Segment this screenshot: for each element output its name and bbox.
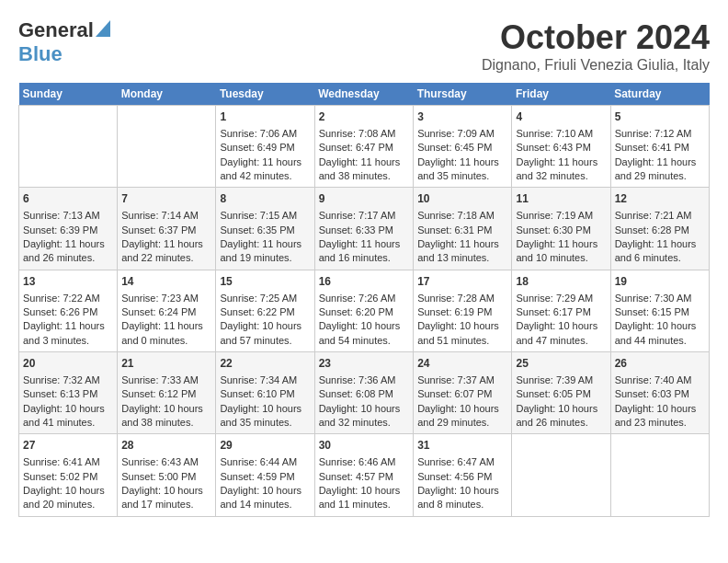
day-info: Daylight: 10 hours and 32 minutes. (319, 402, 410, 431)
day-info: Sunrise: 7:12 AM (615, 127, 705, 141)
day-info: Daylight: 11 hours and 26 minutes. (23, 237, 113, 266)
day-number: 30 (319, 438, 410, 454)
day-info: Sunset: 4:59 PM (220, 470, 310, 484)
calendar-cell (610, 434, 709, 516)
day-number: 2 (319, 109, 410, 125)
title-block: October 2024 Dignano, Friuli Venezia Giu… (482, 18, 710, 74)
day-number: 12 (615, 191, 705, 207)
calendar-week-row: 27Sunrise: 6:41 AMSunset: 5:02 PMDayligh… (19, 434, 710, 516)
day-info: Daylight: 11 hours and 32 minutes. (516, 155, 606, 184)
calendar-cell: 17Sunrise: 7:28 AMSunset: 6:19 PMDayligh… (414, 270, 512, 351)
calendar-cell: 11Sunrise: 7:19 AMSunset: 6:30 PMDayligh… (512, 188, 610, 270)
day-info: Sunset: 6:37 PM (121, 224, 211, 237)
calendar-cell: 4Sunrise: 7:10 AMSunset: 6:43 PMDaylight… (512, 106, 610, 188)
day-info: Sunrise: 7:19 AM (516, 209, 606, 223)
calendar-cell: 12Sunrise: 7:21 AMSunset: 6:28 PMDayligh… (610, 188, 709, 270)
day-info: Daylight: 11 hours and 42 minutes. (220, 155, 310, 184)
day-info: Daylight: 11 hours and 22 minutes. (121, 237, 211, 266)
calendar-cell: 7Sunrise: 7:14 AMSunset: 6:37 PMDaylight… (118, 188, 216, 270)
page-header: General Blue October 2024 Dignano, Friul… (18, 18, 710, 74)
day-info: Daylight: 10 hours and 47 minutes. (516, 319, 606, 348)
day-info: Sunset: 6:28 PM (615, 224, 705, 237)
calendar-cell: 5Sunrise: 7:12 AMSunset: 6:41 PMDaylight… (610, 106, 709, 188)
calendar-day-header: Wednesday (314, 83, 414, 106)
day-number: 21 (121, 356, 211, 372)
day-info: Sunset: 6:24 PM (121, 305, 211, 319)
logo-blue: Blue (18, 42, 63, 65)
day-number: 25 (516, 356, 606, 372)
day-info: Sunset: 6:31 PM (417, 224, 507, 237)
calendar-cell: 2Sunrise: 7:08 AMSunset: 6:47 PMDaylight… (314, 106, 414, 188)
day-number: 24 (417, 356, 507, 372)
calendar-cell: 9Sunrise: 7:17 AMSunset: 6:33 PMDaylight… (314, 188, 414, 270)
day-info: Sunrise: 6:43 AM (121, 455, 211, 469)
svg-marker-0 (96, 20, 110, 37)
calendar-cell: 29Sunrise: 6:44 AMSunset: 4:59 PMDayligh… (216, 434, 314, 516)
day-info: Daylight: 10 hours and 14 minutes. (220, 484, 310, 512)
day-number: 10 (417, 191, 507, 207)
day-info: Sunset: 6:39 PM (23, 224, 113, 237)
day-info: Sunrise: 7:37 AM (417, 373, 507, 387)
day-info: Sunrise: 7:21 AM (615, 209, 705, 223)
day-info: Sunset: 6:12 PM (121, 387, 211, 401)
calendar-header-row: SundayMondayTuesdayWednesdayThursdayFrid… (19, 83, 710, 106)
logo-triangle-icon (96, 20, 110, 40)
day-info: Sunset: 6:17 PM (516, 305, 606, 319)
calendar-cell: 26Sunrise: 7:40 AMSunset: 6:03 PMDayligh… (610, 352, 709, 434)
day-info: Daylight: 10 hours and 26 minutes. (516, 402, 606, 431)
day-info: Daylight: 10 hours and 44 minutes. (615, 319, 705, 348)
day-info: Sunrise: 7:23 AM (121, 292, 211, 305)
day-info: Daylight: 10 hours and 54 minutes. (319, 319, 410, 348)
day-info: Sunset: 6:35 PM (220, 224, 310, 237)
day-info: Sunrise: 7:40 AM (615, 373, 705, 387)
calendar-cell: 14Sunrise: 7:23 AMSunset: 6:24 PMDayligh… (118, 270, 216, 351)
day-info: Sunset: 6:43 PM (516, 141, 606, 155)
day-info: Daylight: 10 hours and 11 minutes. (319, 484, 410, 512)
day-info: Sunrise: 6:46 AM (319, 455, 410, 469)
day-info: Sunrise: 7:39 AM (516, 373, 606, 387)
day-number: 16 (319, 274, 410, 290)
day-info: Daylight: 11 hours and 10 minutes. (516, 237, 606, 266)
day-info: Sunset: 6:20 PM (319, 305, 410, 319)
day-info: Sunrise: 6:44 AM (220, 455, 310, 469)
day-number: 31 (417, 438, 507, 454)
calendar-cell: 30Sunrise: 6:46 AMSunset: 4:57 PMDayligh… (314, 434, 414, 516)
day-info: Daylight: 11 hours and 3 minutes. (23, 319, 113, 348)
calendar-week-row: 6Sunrise: 7:13 AMSunset: 6:39 PMDaylight… (19, 188, 710, 270)
day-number: 11 (516, 191, 606, 207)
day-info: Sunset: 6:26 PM (23, 305, 113, 319)
calendar-cell: 16Sunrise: 7:26 AMSunset: 6:20 PMDayligh… (314, 270, 414, 351)
day-info: Daylight: 10 hours and 20 minutes. (23, 484, 113, 512)
day-number: 17 (417, 274, 507, 290)
day-info: Sunset: 6:13 PM (23, 387, 113, 401)
day-info: Daylight: 10 hours and 8 minutes. (417, 484, 507, 512)
day-number: 29 (220, 438, 310, 454)
day-info: Sunrise: 7:10 AM (516, 127, 606, 141)
calendar-day-header: Saturday (610, 83, 709, 106)
day-info: Sunrise: 7:36 AM (319, 373, 410, 387)
day-info: Sunset: 6:15 PM (615, 305, 705, 319)
day-info: Sunset: 6:47 PM (319, 141, 410, 155)
calendar-cell: 13Sunrise: 7:22 AMSunset: 6:26 PMDayligh… (19, 270, 118, 351)
day-number: 8 (220, 191, 310, 207)
day-number: 18 (516, 274, 606, 290)
day-number: 9 (319, 191, 410, 207)
day-info: Daylight: 10 hours and 57 minutes. (220, 319, 310, 348)
day-info: Sunrise: 7:29 AM (516, 292, 606, 305)
day-number: 28 (121, 438, 211, 454)
day-info: Daylight: 10 hours and 51 minutes. (417, 319, 507, 348)
logo: General Blue (18, 18, 110, 66)
calendar-cell: 24Sunrise: 7:37 AMSunset: 6:07 PMDayligh… (414, 352, 512, 434)
calendar-cell: 18Sunrise: 7:29 AMSunset: 6:17 PMDayligh… (512, 270, 610, 351)
day-info: Daylight: 10 hours and 35 minutes. (220, 402, 310, 431)
calendar-cell: 1Sunrise: 7:06 AMSunset: 6:49 PMDaylight… (216, 106, 314, 188)
day-info: Sunrise: 6:41 AM (23, 455, 113, 469)
day-info: Sunrise: 6:47 AM (417, 455, 507, 469)
day-info: Sunset: 6:05 PM (516, 387, 606, 401)
calendar-cell: 20Sunrise: 7:32 AMSunset: 6:13 PMDayligh… (19, 352, 118, 434)
day-info: Daylight: 11 hours and 19 minutes. (220, 237, 310, 266)
day-info: Sunrise: 7:28 AM (417, 292, 507, 305)
day-info: Daylight: 10 hours and 41 minutes. (23, 402, 113, 431)
day-number: 19 (615, 274, 705, 290)
day-number: 1 (220, 109, 310, 125)
